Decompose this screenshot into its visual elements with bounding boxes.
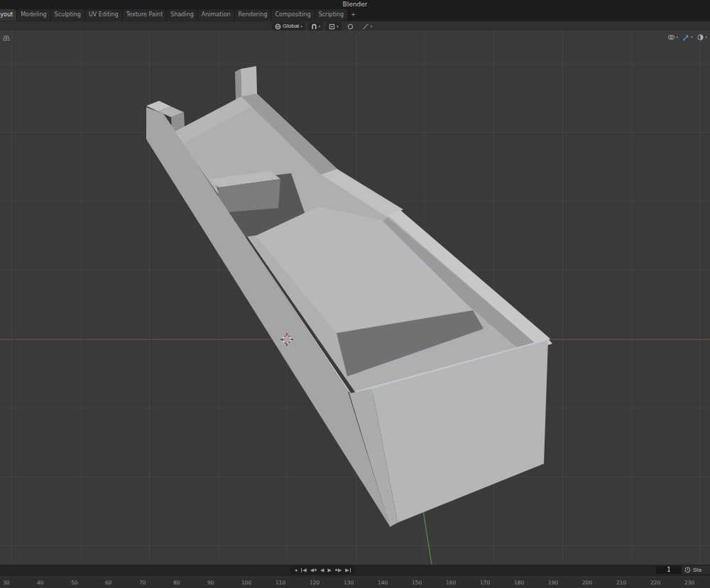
workspace-tab-bar: Layout Modeling Sculpting UV Editing Tex… — [0, 9, 710, 21]
play-button[interactable]: ▶ — [327, 565, 331, 575]
ruler-tick: 150 — [412, 579, 422, 586]
titlebar: Blender — [0, 0, 710, 9]
prev-keyframe-button[interactable]: ◀ — [310, 565, 317, 575]
viewport-overlays-button[interactable]: ▾ — [667, 33, 679, 41]
timeline-ruler[interactable]: 30 40 50 60 70 80 90 100 110 120 130 140… — [0, 575, 710, 588]
chevron-down-icon: ▾ — [676, 35, 678, 39]
jump-start-icon: ◀ — [302, 565, 306, 575]
ruler-tick: 100 — [241, 579, 251, 586]
record-icon: ● — [295, 565, 297, 575]
tab-layout[interactable]: Layout — [0, 9, 16, 21]
ruler-tick: 110 — [275, 579, 285, 586]
tab-rendering[interactable]: Rendering — [235, 9, 271, 21]
play-icon: ▶ — [327, 565, 331, 575]
chevron-down-icon: ▾ — [371, 22, 373, 31]
tab-modeling[interactable]: Modeling — [17, 9, 50, 21]
snap-increment-icon — [329, 23, 335, 30]
current-frame-field[interactable]: 1 — [656, 566, 682, 574]
chevron-down-icon: ▾ — [337, 22, 339, 31]
tab-animation[interactable]: Animation — [198, 9, 234, 21]
jump-end-icon: ▶ — [345, 565, 349, 575]
ruler-tick: 170 — [480, 579, 490, 586]
start-field-label: Sta — [693, 566, 701, 574]
editor-type-button[interactable] — [1, 33, 11, 41]
snap-target-dropdown[interactable]: ▾ — [326, 22, 342, 31]
ruler-tick: 40 — [37, 579, 44, 586]
ruler-tick: 50 — [71, 579, 78, 586]
proportional-falloff-dropdown[interactable]: ▾ — [359, 22, 376, 31]
gizmo-arrow-icon — [682, 33, 690, 41]
proportional-editing-toggle[interactable] — [344, 22, 356, 31]
shading-sphere-icon — [697, 33, 704, 41]
magnet-icon — [311, 23, 317, 30]
viewport-3d[interactable]: ▾ ▾ ▾ — [0, 31, 710, 565]
ruler-tick: 60 — [105, 579, 112, 586]
y-axis-line — [423, 511, 432, 565]
snap-orientation-cluster: Global ▾ ▾ ▾ ▾ — [272, 22, 375, 31]
bar-icon — [301, 568, 302, 572]
playback-controls: ● ◀ ◀ ◀ ▶ ▶ ▶ — [290, 565, 356, 575]
play-reverse-icon: ◀ — [320, 565, 324, 575]
ruler-tick: 140 — [378, 579, 388, 586]
ruler-tick: 180 — [514, 579, 524, 586]
viewport-scene — [0, 31, 710, 565]
keyframe-dot-icon — [315, 569, 317, 571]
tab-sculpting[interactable]: Sculpting — [51, 9, 84, 21]
ruler-tick: 230 — [684, 579, 694, 586]
ruler-tick: 70 — [139, 579, 146, 586]
timeline-panel: ● ◀ ◀ ◀ ▶ ▶ ▶ 1 — [0, 565, 710, 588]
timeline-header: ● ◀ ◀ ◀ ▶ ▶ ▶ 1 — [0, 565, 710, 575]
model-face — [235, 69, 241, 100]
jump-to-end-button[interactable]: ▶ — [345, 565, 350, 575]
tab-compositing[interactable]: Compositing — [271, 9, 314, 21]
next-keyframe-icon: ▶ — [338, 565, 342, 575]
frame-start-field[interactable]: Sta — [682, 566, 710, 574]
ruler-tick: 120 — [310, 579, 320, 586]
ruler-tick: 200 — [582, 579, 592, 586]
proportional-circle-icon — [347, 23, 354, 30]
ruler-tick: 190 — [548, 579, 558, 586]
play-reverse-button[interactable]: ◀ — [320, 565, 324, 575]
auto-keyframe-toggle[interactable]: ● — [295, 565, 297, 575]
orientation-label: Global — [283, 22, 299, 31]
clock-icon — [684, 567, 691, 573]
jump-to-start-button[interactable]: ◀ — [301, 565, 306, 575]
viewport-shading-button[interactable]: ▾ — [696, 33, 708, 41]
next-keyframe-button[interactable]: ▶ — [335, 565, 342, 575]
tab-uv-editing[interactable]: UV Editing — [85, 9, 122, 21]
model-face — [241, 66, 257, 97]
tab-scripting[interactable]: Scripting — [315, 9, 348, 21]
viewport-editor-icon — [2, 33, 11, 41]
chevron-down-icon: ▾ — [691, 35, 693, 39]
globe-icon — [275, 23, 281, 30]
keyframe-dot-icon — [335, 569, 337, 571]
ruler-tick: 80 — [173, 579, 180, 586]
viewport-right-controls: ▾ ▾ ▾ — [667, 33, 708, 41]
model-object[interactable] — [146, 66, 552, 527]
tool-settings-bar: Global ▾ ▾ ▾ ▾ — [0, 21, 710, 31]
window-title: Blender — [343, 0, 368, 9]
add-workspace-button[interactable]: + — [348, 9, 359, 21]
ruler-tick: 130 — [344, 579, 354, 586]
snap-toggle-button[interactable]: ▾ — [308, 22, 324, 31]
chevron-down-icon: ▾ — [705, 35, 707, 39]
falloff-curve-icon — [362, 23, 369, 30]
ruler-tick: 90 — [207, 579, 214, 586]
transform-orientation-dropdown[interactable]: Global ▾ — [272, 22, 305, 31]
tab-texture-paint[interactable]: Texture Paint — [123, 9, 167, 21]
overlays-icon — [667, 33, 675, 41]
ruler-tick: 220 — [650, 579, 660, 586]
bar-icon — [350, 568, 351, 572]
chevron-down-icon: ▾ — [300, 22, 302, 31]
viewport-gizmos-button[interactable]: ▾ — [682, 33, 694, 41]
ruler-tick: 210 — [616, 579, 626, 586]
ruler-tick: 160 — [446, 579, 456, 586]
ruler-tick: 30 — [3, 579, 10, 586]
prev-keyframe-icon: ◀ — [310, 565, 314, 575]
tab-shading[interactable]: Shading — [167, 9, 197, 21]
chevron-down-icon: ▾ — [319, 22, 321, 31]
